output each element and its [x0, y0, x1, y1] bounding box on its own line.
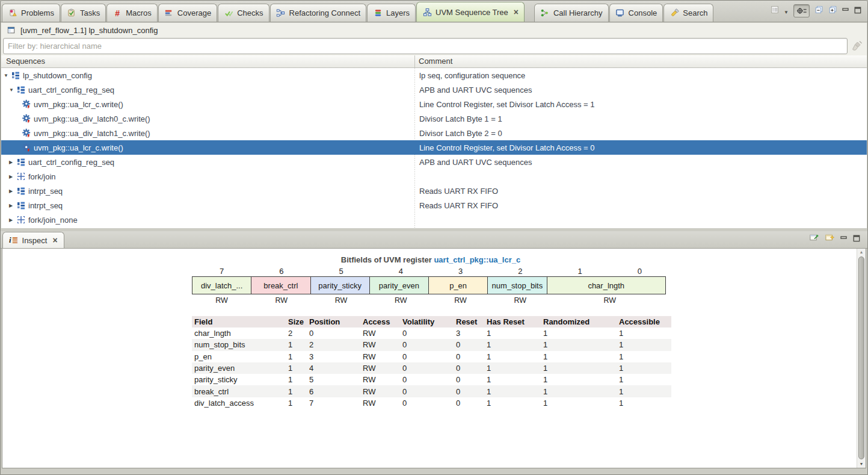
table-header-cell[interactable]: Reset [456, 317, 487, 326]
collapse-all-icon[interactable] [814, 5, 823, 16]
table-cell: char_lngth [192, 329, 288, 338]
column-header-comment[interactable]: Comment [419, 57, 452, 66]
column-divider[interactable] [414, 55, 415, 67]
open-new-view-icon[interactable] [825, 233, 835, 244]
bitfield-cell: parity_sticky [310, 276, 370, 294]
tree-row-label: intrpt_seq [28, 187, 63, 196]
tree-row[interactable]: ▼lp_shutdown_configlp seq, configuration… [1, 68, 867, 82]
tab-tasks[interactable]: Tasks [61, 4, 106, 22]
seq-node-icon [16, 200, 26, 210]
bitfield-cell: p_en [428, 276, 488, 294]
search-icon [669, 8, 679, 18]
bitfield-cell: num_stop_bits [487, 276, 547, 294]
tasks-icon [67, 8, 76, 18]
expanded-arrow-icon[interactable]: ▼ [9, 87, 16, 93]
tree-row[interactable]: uvm_pkg::ua_lcr_c.write()Line Control Re… [1, 97, 867, 111]
clear-filter-icon[interactable] [852, 40, 863, 54]
bitfield-access: RW [192, 296, 251, 306]
tree-row[interactable]: uvm_pkg::ua_lcr_c.write()Line Control Re… [1, 140, 867, 155]
tab-layers[interactable]: Layers [367, 4, 416, 22]
table-header-cell[interactable]: Size [288, 317, 309, 326]
collapsed-arrow-icon[interactable]: ▶ [9, 188, 16, 194]
close-icon[interactable]: × [52, 237, 57, 244]
tab-label: Problems [21, 8, 54, 17]
tab-label: Console [629, 8, 657, 17]
bitfield-cells: div_latch_...break_ctrlparity_stickypari… [192, 276, 669, 294]
tab-coverage[interactable]: Coverage [158, 4, 217, 22]
maximize-icon[interactable] [854, 5, 861, 16]
scrollbar-thumb[interactable] [858, 256, 864, 459]
tree-row-sequence-cell: ▶intrpt_seq [1, 200, 415, 210]
filter-input[interactable]: Filter by: hierarchical name [3, 38, 848, 54]
table-cell: 0 [456, 375, 487, 384]
bitfield-diagram: Bitfields of UVM register uart_ctrl_pkg:… [192, 255, 669, 409]
tab-problems[interactable]: Problems [2, 4, 60, 22]
table-header-cell[interactable]: Volatility [402, 317, 456, 326]
table-cell: 1 [288, 399, 309, 408]
tree-row[interactable]: ▶uart_ctrl_config_reg_seqAPB and UART UV… [1, 155, 867, 169]
tree-row[interactable]: ▶fork/join_none [1, 213, 867, 227]
collapsed-arrow-icon[interactable]: ▶ [9, 203, 16, 208]
expand-all-icon[interactable] [828, 5, 837, 16]
inspect-tab-label: Inspect [22, 236, 48, 245]
table-cell: 0 [402, 352, 456, 361]
tab-console[interactable]: Console [609, 4, 663, 22]
tree-row[interactable]: uvm_pkg::ua_div_latch0_c.write()Divisor … [1, 111, 867, 126]
table-header-cell[interactable]: Access [363, 317, 402, 326]
tab-label: Checks [237, 8, 263, 17]
tab-inspect[interactable]: i≣ Inspect × [2, 232, 64, 248]
maximize-icon[interactable] [853, 234, 860, 244]
tab-label: Layers [386, 8, 410, 17]
bitfield-access: RW [251, 296, 311, 306]
vertical-scrollbar[interactable]: ▲ ▼ [857, 249, 866, 468]
minimize-icon[interactable] [842, 5, 849, 16]
dropdown-arrow-icon[interactable]: ▼ [784, 5, 789, 16]
collapsed-arrow-icon[interactable]: ▶ [9, 217, 16, 223]
tree-row[interactable]: ▼uart_ctrl_config_reg_seqAPB and UART UV… [1, 82, 867, 97]
column-header-sequences[interactable]: Sequences [6, 57, 45, 66]
table-cell: 1 [487, 364, 543, 373]
pin-view-icon[interactable] [809, 233, 819, 244]
tab-refactoring-connect[interactable]: Refactoring Connect [270, 4, 367, 22]
tree-row-label: fork/join_none [28, 216, 78, 225]
tab-search[interactable]: Search [663, 4, 713, 22]
scroll-down-icon[interactable]: ▼ [857, 461, 866, 468]
tree-row-comment: Line Control Register, set Divisor Latch… [415, 100, 867, 109]
tab-macros[interactable]: #Macros [106, 4, 158, 22]
table-header-cell[interactable]: Has Reset [487, 317, 543, 326]
tree-row[interactable]: uvm_pkg::ua_div_latch1_c.write()Divisor … [1, 126, 867, 140]
collapsed-arrow-icon[interactable]: ▶ [9, 174, 16, 179]
tree-row-comment: Reads UART RX FIFO [415, 187, 867, 196]
table-cell: break_ctrl [192, 387, 288, 396]
table-header-cell[interactable]: Field [192, 317, 288, 326]
call-hierarchy-icon [540, 8, 550, 18]
tab-label: Refactoring Connect [289, 8, 361, 17]
link-with-editor-icon[interactable] [793, 4, 810, 17]
table-header-cell[interactable]: Randomized [543, 317, 619, 326]
tab-call-hierarchy[interactable]: Call Hierarchy [534, 4, 609, 22]
tab-checks[interactable]: Checks [218, 4, 269, 22]
register-name-link[interactable]: uart_ctrl_pkg::ua_lcr_c [434, 255, 520, 264]
bit-number: 2 [490, 267, 550, 276]
tree-row-sequence-cell: uvm_pkg::ua_div_latch1_c.write() [1, 128, 415, 138]
collapsed-arrow-icon[interactable]: ▶ [9, 160, 16, 165]
table-cell: 1 [487, 387, 543, 396]
table-header-cell[interactable]: Accessible [619, 317, 671, 326]
view-menu-icon[interactable] [771, 5, 779, 16]
minimize-icon[interactable] [840, 234, 848, 244]
table-header-cell[interactable]: Position [309, 317, 363, 326]
tree-row-sequence-cell: ▶uart_ctrl_config_reg_seq [1, 157, 415, 167]
scroll-up-icon[interactable]: ▲ [857, 249, 866, 256]
table-cell: 0 [402, 364, 456, 373]
tree-row-label: uart_ctrl_config_reg_seq [28, 85, 114, 95]
sequence-tree: ▼lp_shutdown_configlp seq, configuration… [1, 68, 867, 228]
tree-column-headers: Sequences Comment [1, 55, 867, 68]
table-cell: 0 [456, 340, 487, 349]
tab-uvm-sequence-tree[interactable]: UVM Sequence Tree× [416, 2, 525, 22]
expanded-arrow-icon[interactable]: ▼ [4, 73, 10, 78]
close-icon[interactable]: × [514, 8, 519, 16]
tree-row[interactable]: ▶intrpt_seqReads UART RX FIFO [1, 198, 867, 213]
table-cell: 1 [619, 387, 671, 396]
tree-row[interactable]: ▶fork/join [1, 169, 867, 184]
tree-row[interactable]: ▶intrpt_seqReads UART RX FIFO [1, 184, 867, 198]
